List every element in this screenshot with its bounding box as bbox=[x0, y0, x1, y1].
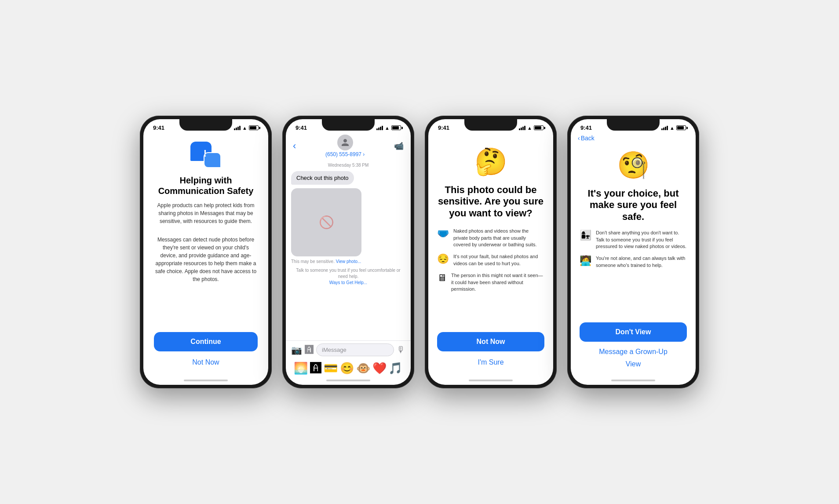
safety-item-2: 🧑‍💻 You're not alone, and can always tal… bbox=[580, 255, 687, 269]
phone4-nav: ‹ Back bbox=[571, 133, 696, 145]
safety-item-1: 👩‍👧 Don't share anything you don't want … bbox=[580, 230, 687, 250]
phone1-title: Helping with Communication Safety bbox=[154, 175, 258, 196]
home-indicator-2 bbox=[326, 380, 370, 381]
warning-text-3: The person in this might not want it see… bbox=[451, 272, 544, 292]
imessage-input[interactable]: iMessage bbox=[316, 343, 394, 356]
warning-emoji-2: 😔 bbox=[437, 253, 449, 265]
battery-icon-4 bbox=[676, 125, 686, 130]
phone-2: 9:41 ▲ ‹ bbox=[282, 116, 414, 388]
photos-app-icon[interactable]: 🌅 bbox=[294, 362, 308, 375]
applepay-icon[interactable]: 💳 bbox=[324, 362, 338, 375]
message-grownup-button[interactable]: Message a Grown-Up bbox=[599, 348, 668, 356]
contact-phone[interactable]: (650) 555-8997 › bbox=[325, 151, 365, 157]
not-now-button-1[interactable]: Not Now bbox=[190, 357, 221, 368]
signal-bars-1 bbox=[234, 126, 241, 130]
not-now-button-3[interactable]: Not Now bbox=[437, 332, 544, 351]
msg-timestamp: Wednesday 5:38 PM bbox=[291, 163, 405, 168]
messages-icon-container: ! bbox=[190, 142, 221, 168]
view-button[interactable]: View bbox=[626, 360, 641, 368]
time-3: 9:41 bbox=[438, 124, 449, 131]
phone1-body1: Apple products can help protect kids fro… bbox=[154, 201, 258, 225]
home-indicator-4 bbox=[611, 380, 655, 381]
back-label-4: Back bbox=[581, 135, 595, 142]
time-1: 9:41 bbox=[153, 124, 164, 131]
warning-text-1: Naked photos and videos show the private… bbox=[453, 228, 544, 248]
warning-item-2: 😔 It's not your fault, but naked photos … bbox=[437, 253, 544, 267]
phone-4: 9:41 ▲ ‹ Back bbox=[567, 116, 699, 388]
wifi-icon-2: ▲ bbox=[385, 125, 390, 131]
video-call-icon[interactable]: 📹 bbox=[394, 141, 404, 151]
notch-1 bbox=[179, 119, 232, 131]
messages-safety-icon: ! bbox=[190, 142, 221, 168]
phone4-title: It's your choice, but make sure you feel… bbox=[580, 188, 687, 223]
time-4: 9:41 bbox=[580, 124, 592, 131]
signal-bars-3 bbox=[519, 126, 525, 130]
safety-emoji-1: 👩‍👧 bbox=[580, 230, 591, 241]
mic-icon[interactable]: 🎙 bbox=[397, 345, 405, 355]
back-chevron-4: ‹ bbox=[578, 135, 580, 142]
time-2: 9:41 bbox=[295, 124, 307, 131]
status-icons-4: ▲ bbox=[661, 125, 686, 131]
thinking-emoji: 🤔 bbox=[474, 146, 507, 177]
battery-icon-1 bbox=[249, 125, 259, 130]
battery-icon-3 bbox=[534, 125, 544, 130]
notch-3 bbox=[464, 119, 517, 131]
monocle-emoji: 🧐 bbox=[617, 150, 650, 181]
im-sure-button[interactable]: I'm Sure bbox=[476, 357, 505, 368]
warning-item-3: 🖥 The person in this might not want it s… bbox=[437, 272, 544, 292]
home-indicator-3 bbox=[469, 380, 513, 381]
wifi-icon-1: ▲ bbox=[242, 125, 247, 131]
incoming-message: Check out this photo bbox=[291, 171, 354, 185]
emoji-icon[interactable]: 😊 bbox=[340, 362, 354, 375]
app-dock: 🌅 🅰 💳 😊 🐵 ❤️ 🎵 bbox=[286, 359, 411, 377]
status-icons-1: ▲ bbox=[234, 125, 259, 131]
phone1-body2: Messages can detect nude photos before t… bbox=[154, 236, 258, 283]
help-text: Talk to someone you trust if you feel un… bbox=[291, 267, 405, 286]
phone1-content: ! Helping with Communication Safety Appl… bbox=[143, 133, 268, 377]
dont-view-button[interactable]: Don't View bbox=[580, 322, 687, 342]
phone2-nav: ‹ (650) 555-8997 › 📹 bbox=[286, 133, 411, 161]
wifi-icon-4: ▲ bbox=[670, 125, 675, 131]
camera-icon[interactable]: 📷 bbox=[291, 345, 302, 355]
contact-avatar bbox=[337, 135, 353, 150]
safety-text-2: You're not alone, and can always talk wi… bbox=[596, 255, 687, 269]
input-bar: 📷 🅰 iMessage 🎙 bbox=[286, 340, 411, 359]
warning-item-1: 🩲 Naked photos and videos show the priva… bbox=[437, 228, 544, 248]
warning-text-2: It's not your fault, but naked photos an… bbox=[453, 253, 544, 267]
phone3-content: 🤔 This photo could be sensitive. Are you… bbox=[428, 133, 553, 377]
music-icon[interactable]: 🎵 bbox=[388, 362, 402, 375]
back-chevron-2[interactable]: ‹ bbox=[293, 140, 296, 152]
exclamation-mark: ! bbox=[204, 148, 207, 159]
back-button-4[interactable]: ‹ Back bbox=[578, 135, 595, 142]
animoji-icon[interactable]: 🐵 bbox=[356, 362, 370, 375]
apps-icon[interactable]: 🅰 bbox=[305, 345, 314, 355]
notch-2 bbox=[322, 119, 375, 131]
phone3-title: This photo could be sensitive. Are you s… bbox=[437, 184, 544, 219]
phone-3: 9:41 ▲ 🤔 This photo could be se bbox=[425, 116, 557, 388]
safety-emoji-2: 🧑‍💻 bbox=[580, 255, 591, 267]
phones-container: 9:41 ▲ bbox=[122, 98, 717, 406]
signal-bars-4 bbox=[661, 126, 668, 130]
view-photo-link[interactable]: View photo... bbox=[336, 259, 361, 264]
continue-button[interactable]: Continue bbox=[154, 332, 258, 351]
warning-emoji-1: 🩲 bbox=[437, 228, 449, 239]
status-icons-2: ▲ bbox=[376, 125, 401, 131]
status-icons-3: ▲ bbox=[519, 125, 544, 131]
messages-body: Wednesday 5:38 PM Check out this photo 🚫… bbox=[286, 161, 411, 340]
battery-icon-2 bbox=[391, 125, 401, 130]
blur-icon: 🚫 bbox=[319, 215, 334, 230]
digital-touch-icon[interactable]: ❤️ bbox=[372, 362, 387, 375]
sensitive-label: This may be sensitive. View photo... bbox=[291, 259, 405, 264]
notch-4 bbox=[607, 119, 660, 131]
blurred-image: 🚫 bbox=[291, 188, 361, 256]
warning-emoji-3: 🖥 bbox=[437, 272, 447, 284]
phone-1: 9:41 ▲ bbox=[140, 116, 272, 388]
safety-text-1: Don't share anything you don't want to. … bbox=[596, 230, 687, 250]
ways-to-help-link[interactable]: Ways to Get Help... bbox=[291, 280, 405, 286]
phone4-content: 🧐 It's your choice, but make sure you fe… bbox=[571, 145, 696, 377]
wifi-icon-3: ▲ bbox=[527, 125, 532, 131]
signal-bars-2 bbox=[376, 126, 383, 130]
nav-contact[interactable]: (650) 555-8997 › bbox=[325, 135, 365, 157]
home-indicator-1 bbox=[184, 380, 228, 381]
appstore-icon[interactable]: 🅰 bbox=[310, 362, 321, 375]
